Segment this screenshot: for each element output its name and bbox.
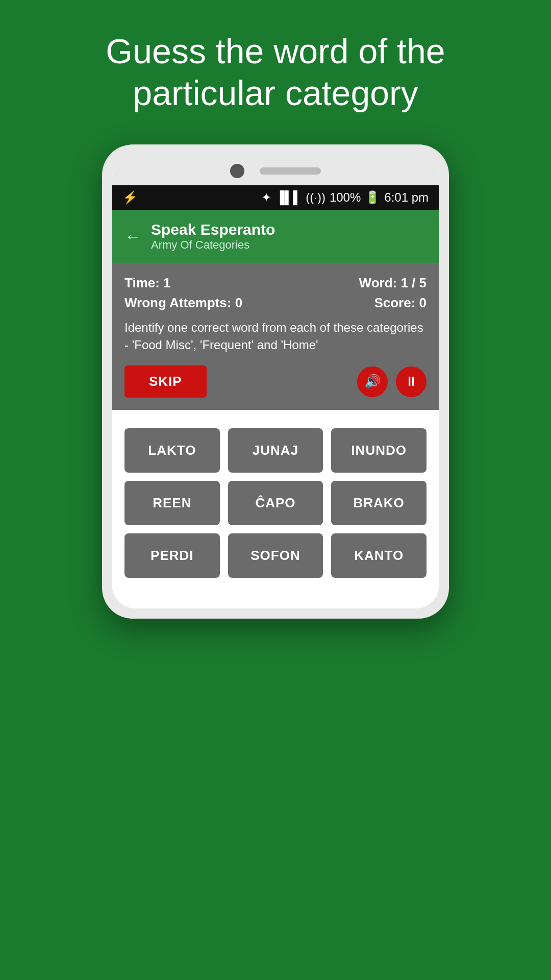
word-button-6[interactable]: PERDI [124, 533, 220, 578]
phone-top [112, 155, 439, 185]
time-stat: Time: 1 [124, 275, 171, 291]
app-title: Speak Esperanto [151, 221, 275, 238]
game-description: Identify one correct word from each of t… [124, 319, 427, 353]
phone-speaker [260, 167, 321, 175]
skip-button[interactable]: SKIP [124, 365, 207, 398]
word-button-5[interactable]: BRAKO [331, 481, 427, 525]
game-panel: Time: 1 Word: 1 / 5 Wrong Attempts: 0 Sc… [112, 263, 439, 410]
phone-bottom [112, 593, 439, 608]
app-header: ← Speak Esperanto Army Of Categories [112, 210, 439, 263]
word-stat: Word: 1 / 5 [359, 275, 427, 291]
icon-buttons: 🔊 ⏸ [357, 366, 427, 397]
word-button-0[interactable]: LAKTO [124, 428, 220, 473]
back-button[interactable]: ← [124, 227, 141, 246]
status-bar: ⚡ ✦ ▐▌▌ ((·)) 100% 🔋 6:01 pm [112, 185, 439, 210]
phone-camera [230, 164, 244, 178]
header-text: Guess the word of the particular categor… [0, 0, 551, 134]
word-button-8[interactable]: KANTO [331, 533, 427, 578]
pause-button[interactable]: ⏸ [396, 366, 427, 397]
wifi-icon: ((·)) [306, 190, 325, 205]
battery-percent: 100% [330, 190, 361, 205]
bluetooth-icon: ✦ [261, 190, 271, 205]
app-subtitle: Army Of Categories [151, 238, 275, 252]
score-stat: Score: 0 [374, 295, 427, 311]
battery-icon: 🔋 [365, 190, 380, 205]
word-button-1[interactable]: JUNAJ [228, 428, 323, 473]
sound-icon: 🔊 [364, 374, 381, 389]
game-actions: SKIP 🔊 ⏸ [124, 365, 427, 398]
pause-icon: ⏸ [405, 374, 418, 389]
time-display: 6:01 pm [384, 190, 429, 205]
usb-icon: ⚡ [122, 190, 138, 205]
word-button-7[interactable]: SOFON [228, 533, 323, 578]
word-button-4[interactable]: ĈAPO [228, 481, 323, 525]
word-grid-area: LAKTO JUNAJ INUNDO REEN ĈAPO BRAKO PERDI… [112, 410, 439, 593]
sound-button[interactable]: 🔊 [357, 366, 388, 397]
phone-mockup: ⚡ ✦ ▐▌▌ ((·)) 100% 🔋 6:01 pm ← Speak Esp… [102, 144, 449, 619]
signal-icon: ▐▌▌ [276, 190, 302, 205]
attempts-stat: Wrong Attempts: 0 [124, 295, 242, 311]
word-button-2[interactable]: INUNDO [331, 428, 427, 473]
word-button-3[interactable]: REEN [124, 481, 220, 525]
word-grid: LAKTO JUNAJ INUNDO REEN ĈAPO BRAKO PERDI… [124, 428, 427, 578]
